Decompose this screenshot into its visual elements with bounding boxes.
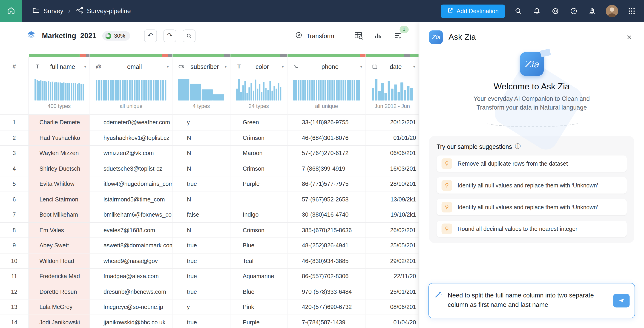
suggestion-item[interactable]: Identify all null values and replace the… <box>436 199 627 215</box>
settings-gear-icon[interactable] <box>550 6 560 16</box>
cell-color[interactable] <box>230 192 288 207</box>
cell-phone[interactable]: 48-(252)826-4941 <box>288 238 366 253</box>
cell-email[interactable]: sduetsche3@toplist-cz <box>90 161 172 176</box>
breadcrumb-pipeline[interactable]: Survey-pipeline <box>76 6 131 16</box>
cell-date[interactable]: 26/02/201 <box>366 223 419 237</box>
cell-date[interactable]: 28/10/201 <box>366 176 419 191</box>
cell-full-name[interactable]: Dorette Resun <box>29 284 90 299</box>
cell-date[interactable]: 19/10/2k1 <box>366 207 419 222</box>
cell-email[interactable]: whead9@nasa@gov <box>90 253 172 268</box>
histogram-subscriber[interactable]: 4 types <box>172 76 230 114</box>
cell-subscriber[interactable]: N <box>172 161 230 176</box>
cell-subscriber[interactable]: true <box>172 176 230 191</box>
cell-date[interactable]: 01/01/20 <box>366 130 419 145</box>
whats-new-rocket-icon[interactable] <box>588 6 597 16</box>
home-button[interactable] <box>0 0 22 22</box>
cell-email[interactable]: hyushachkov1@toplist.cz <box>90 130 172 145</box>
cell-subscriber[interactable]: true <box>172 253 230 268</box>
redo-button[interactable]: ↷ <box>163 29 176 42</box>
cell-email[interactable]: aswett8@domainmark.com <box>90 238 172 253</box>
cell-phone[interactable]: 86-(557)702-8306 <box>288 269 366 284</box>
histogram-color[interactable]: 24 types <box>230 76 288 114</box>
zia-input-text[interactable]: Need to split the full name column into … <box>448 290 608 309</box>
cell-date[interactable]: 16/03/201 <box>366 161 419 176</box>
cell-phone[interactable]: 86-(771)577-7975 <box>288 176 366 191</box>
info-icon[interactable]: ⓘ <box>515 143 521 150</box>
cell-subscriber[interactable]: y <box>172 300 230 315</box>
table-search-icon[interactable] <box>353 30 364 41</box>
cell-date[interactable]: 25/05/201 <box>366 238 419 253</box>
cell-phone[interactable]: 46-(684)301-8076 <box>288 130 366 145</box>
cell-phone[interactable]: 7-(868)399-4919 <box>288 161 366 176</box>
cell-color[interactable]: Maroon <box>230 146 288 161</box>
cell-full-name[interactable]: Waylen Mizzen <box>29 146 90 161</box>
cell-full-name[interactable]: Em Vales <box>29 223 90 237</box>
notifications-bell-icon[interactable] <box>532 6 542 16</box>
cell-date[interactable]: 20/12/201 <box>366 115 419 130</box>
cell-subscriber[interactable]: true <box>172 284 230 299</box>
search-icon[interactable] <box>513 6 523 16</box>
cell-date[interactable]: 22/11/20 <box>366 269 419 284</box>
cell-color[interactable]: Crimson <box>230 161 288 176</box>
histogram-date[interactable]: Jun 2012 - Jun <box>366 76 419 114</box>
column-header-email[interactable]: @email▾ <box>90 57 172 76</box>
cell-full-name[interactable]: Fredericka Mad <box>29 269 90 284</box>
data-quality-pill[interactable]: 30% <box>102 31 130 40</box>
cell-phone[interactable]: 30-(380)416-4740 <box>288 207 366 222</box>
cell-phone[interactable]: 7-(784)587-1439 <box>288 315 366 328</box>
cell-subscriber[interactable]: false <box>172 207 230 222</box>
cell-date[interactable]: 06/06/201 <box>366 146 419 161</box>
column-header-date[interactable]: date▾ <box>366 57 419 76</box>
cell-color[interactable]: Indigo <box>230 207 288 222</box>
column-header-color[interactable]: Tcolor▾ <box>230 57 288 76</box>
toolbar-search-button[interactable] <box>182 29 195 42</box>
histogram-phone[interactable]: all unique <box>288 76 366 114</box>
suggestion-item[interactable]: Round all decimal values to the nearest … <box>436 221 627 237</box>
cell-subscriber[interactable]: N <box>172 192 230 207</box>
cell-date[interactable]: 29/02/201 <box>366 253 419 268</box>
pipeline-steps-icon[interactable]: 1 <box>392 30 403 41</box>
cell-email[interactable]: jjanikowskid@bbc.co.uk <box>90 315 172 328</box>
cell-full-name[interactable]: Shirley Duetsch <box>29 161 90 176</box>
cell-phone[interactable]: 970-(578)333-6484 <box>288 284 366 299</box>
cell-email[interactable]: itlow4@hugedomains_com <box>90 176 172 191</box>
cell-full-name[interactable]: Charlie Demete <box>29 115 90 130</box>
cell-full-name[interactable]: Lenci Stairmon <box>29 192 90 207</box>
cell-color[interactable]: Blue <box>230 284 288 299</box>
cell-subscriber[interactable]: true <box>172 315 230 328</box>
cell-color[interactable]: Crimson <box>230 130 288 145</box>
cell-phone[interactable]: 57-(764)270-6172 <box>288 146 366 161</box>
cell-date[interactable]: 08/06/201 <box>366 300 419 315</box>
cell-color[interactable]: Purple <box>230 315 288 328</box>
cell-color[interactable]: Pink <box>230 300 288 315</box>
transform-button[interactable]: Transform <box>295 22 334 49</box>
cell-full-name[interactable]: Jodi Janikowski <box>29 315 90 328</box>
cell-email[interactable]: cdemeter0@weather.com <box>90 115 172 130</box>
cell-full-name[interactable]: Had Yushachko <box>29 130 90 145</box>
cell-email[interactable]: lmcgreyc@so-net.ne.jp <box>90 300 172 315</box>
cell-email[interactable]: wmizzen2@vk.com <box>90 146 172 161</box>
zia-input[interactable]: Need to split the full name column into … <box>428 283 635 318</box>
column-header-full-name[interactable]: Tfull name▾ <box>29 57 90 76</box>
cell-date[interactable]: 13/09/2k1 <box>366 192 419 207</box>
column-menu-caret-icon[interactable]: ▾ <box>282 64 284 69</box>
cell-phone[interactable]: 33-(148)926-9755 <box>288 115 366 130</box>
cell-color[interactable]: Teal <box>230 253 288 268</box>
cell-email[interactable]: evales7@1688.com <box>90 223 172 237</box>
cell-color[interactable]: Aquamarine <box>230 269 288 284</box>
cell-date[interactable]: 25/01/201 <box>366 284 419 299</box>
histogram-email[interactable]: all unique <box>90 76 172 114</box>
cell-subscriber[interactable]: N <box>172 130 230 145</box>
apps-grid-icon[interactable] <box>627 6 637 16</box>
column-menu-caret-icon[interactable]: ▾ <box>413 64 415 69</box>
cell-full-name[interactable]: Abey Swett <box>29 238 90 253</box>
cell-subscriber[interactable]: true <box>172 269 230 284</box>
cell-phone[interactable]: 420-(577)690-6732 <box>288 300 366 315</box>
cell-color[interactable]: Green <box>230 115 288 130</box>
cell-color[interactable]: Purple <box>230 176 288 191</box>
cell-subscriber[interactable]: N <box>172 223 230 237</box>
cell-email[interactable]: lstairmond5@time_com <box>90 192 172 207</box>
cell-phone[interactable]: 46-(830)934-3885 <box>288 253 366 268</box>
cell-email[interactable]: dresunb@nbcnews.com <box>90 284 172 299</box>
column-header-phone[interactable]: phone▾ <box>288 57 366 76</box>
